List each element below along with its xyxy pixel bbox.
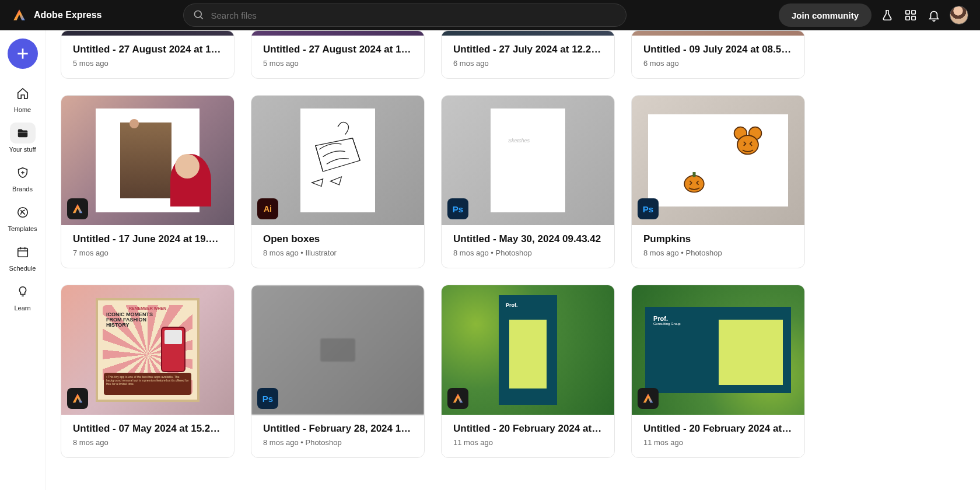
create-new-button[interactable] xyxy=(8,38,38,69)
file-card[interactable]: Untitled - 27 August 2024 at 14.3…5 mos … xyxy=(251,30,425,79)
calendar-icon xyxy=(10,242,36,262)
sidebar-item-label: Your stuff xyxy=(9,146,36,153)
card-thumbnail: Prof.Consulting Group xyxy=(632,285,804,415)
search-input[interactable] xyxy=(211,10,617,20)
card-meta: 8 mos ago • Illustrator xyxy=(263,249,412,257)
sidebar: HomeYour stuffBrandsTemplatesScheduleLea… xyxy=(0,30,46,490)
svg-rect-3 xyxy=(912,10,915,14)
card-thumbnail xyxy=(632,31,804,36)
card-meta: 6 mos ago xyxy=(453,59,603,68)
app-badge-icon xyxy=(638,388,659,409)
card-meta: 8 mos ago • Photoshop xyxy=(263,438,412,447)
avatar[interactable] xyxy=(950,6,968,24)
sidebar-item-label: Schedule xyxy=(9,265,36,272)
card-thumbnail: Prof. xyxy=(442,285,614,415)
card-title: Pumpkins xyxy=(643,233,793,245)
svg-point-0 xyxy=(195,11,202,18)
sidebar-item-learn[interactable]: Learn xyxy=(5,276,40,316)
lightbulb-icon xyxy=(10,281,36,302)
card-meta: 11 mos ago xyxy=(643,438,793,447)
sidebar-item-templates[interactable]: Templates xyxy=(5,197,40,237)
card-title: Untitled - 09 July 2024 at 08.56.36 xyxy=(643,44,793,55)
file-card[interactable]: SketchesPsUntitled - May 30, 2024 09.43.… xyxy=(441,95,615,268)
file-card[interactable]: Untitled - 09 July 2024 at 08.56.366 mos… xyxy=(631,30,805,79)
app-badge-icon: Ps xyxy=(638,198,659,219)
content-area: Untitled - 27 August 2024 at 14.3…5 mos … xyxy=(46,30,980,490)
top-bar: Adobe Express Join community xyxy=(0,0,980,30)
card-thumbnail xyxy=(251,31,424,36)
app-title: Adobe Express xyxy=(34,10,102,20)
app-logo[interactable]: Adobe Express xyxy=(12,8,102,23)
sidebar-item-label: Learn xyxy=(14,304,30,312)
folder-icon xyxy=(10,123,36,144)
file-card[interactable]: AiOpen boxes8 mos ago • Illustrator xyxy=(251,95,425,268)
app-badge-icon xyxy=(67,388,88,409)
svg-rect-5 xyxy=(912,16,915,20)
card-title: Untitled - 27 August 2024 at 14.3… xyxy=(263,44,412,55)
file-card[interactable]: PsUntitled - February 28, 2024 16.5…8 mo… xyxy=(251,285,425,458)
app-badge-icon xyxy=(447,388,468,409)
file-card[interactable]: PsPumpkins8 mos ago • Photoshop xyxy=(631,95,805,268)
svg-rect-4 xyxy=(906,16,909,20)
card-thumbnail: Ai xyxy=(251,96,424,225)
templates-icon xyxy=(10,202,36,223)
card-thumbnail xyxy=(61,31,234,36)
card-title: Untitled - May 30, 2024 09.43.42 xyxy=(453,233,603,245)
card-thumbnail xyxy=(442,31,614,36)
card-thumbnail: REMEMBER WHENICONIC MOMENTSFROM FASHIONH… xyxy=(61,285,234,415)
topbar-right: Join community xyxy=(779,4,968,27)
plus-icon xyxy=(15,46,30,61)
card-title: Untitled - 17 June 2024 at 19.10.14 xyxy=(73,233,222,245)
adobe-express-logo-icon xyxy=(12,8,27,23)
card-meta: 7 mos ago xyxy=(73,249,222,257)
card-title: Untitled - 20 February 2024 at 1… xyxy=(643,423,793,435)
card-title: Untitled - February 28, 2024 16.5… xyxy=(263,423,412,435)
search-wrap xyxy=(183,4,626,27)
app-badge-icon: Ps xyxy=(257,388,278,409)
apps-grid-icon[interactable] xyxy=(903,8,918,23)
sidebar-item-label: Brands xyxy=(12,186,33,192)
app-badge-icon: Ps xyxy=(447,198,468,219)
card-title: Untitled - 27 August 2024 at 14.3… xyxy=(73,44,222,55)
card-thumbnail: Ps xyxy=(251,285,424,415)
sidebar-item-label: Templates xyxy=(8,225,37,232)
file-card[interactable]: Prof.Consulting GroupUntitled - 20 Febru… xyxy=(631,285,805,458)
card-meta: 5 mos ago xyxy=(263,59,412,68)
card-thumbnail: Ps xyxy=(632,96,804,225)
sidebar-item-label: Home xyxy=(14,106,31,113)
sidebar-item-your-stuff[interactable]: Your stuff xyxy=(5,118,40,158)
card-meta: 6 mos ago xyxy=(643,59,793,68)
card-title: Untitled - 27 July 2024 at 12.23.21 xyxy=(453,44,603,55)
card-title: Open boxes xyxy=(263,233,412,245)
svg-line-1 xyxy=(201,17,203,19)
shield-icon xyxy=(10,162,36,183)
svg-rect-18 xyxy=(692,172,695,177)
beaker-icon[interactable] xyxy=(880,8,895,23)
card-title: Untitled - 20 February 2024 at 1… xyxy=(453,423,603,435)
file-card[interactable]: Prof.Untitled - 20 February 2024 at 1…11… xyxy=(441,285,615,458)
card-thumbnail xyxy=(61,96,234,225)
join-community-button[interactable]: Join community xyxy=(779,4,872,27)
card-thumbnail: SketchesPs xyxy=(442,96,614,225)
app-badge-icon: Ai xyxy=(257,198,278,219)
svg-rect-2 xyxy=(906,10,909,14)
svg-rect-9 xyxy=(18,249,27,257)
card-meta: 8 mos ago • Photoshop xyxy=(643,249,793,257)
card-meta: 11 mos ago xyxy=(453,438,603,447)
card-meta: 8 mos ago • Photoshop xyxy=(453,249,603,257)
file-card[interactable]: Untitled - 27 August 2024 at 14.3…5 mos … xyxy=(61,30,235,79)
app-badge-icon xyxy=(67,198,88,219)
file-card[interactable]: Untitled - 27 July 2024 at 12.23.216 mos… xyxy=(441,30,615,79)
bell-icon[interactable] xyxy=(926,8,942,23)
home-icon xyxy=(10,83,36,104)
file-card[interactable]: REMEMBER WHENICONIC MOMENTSFROM FASHIONH… xyxy=(61,285,235,458)
file-card[interactable]: Untitled - 17 June 2024 at 19.10.147 mos… xyxy=(61,95,235,268)
sidebar-item-brands[interactable]: Brands xyxy=(5,158,40,197)
search-icon xyxy=(193,9,205,21)
search-field[interactable] xyxy=(183,4,626,27)
sidebar-item-schedule[interactable]: Schedule xyxy=(5,237,40,276)
card-title: Untitled - 07 May 2024 at 15.21.46 xyxy=(73,423,222,435)
card-meta: 8 mos ago xyxy=(73,438,222,447)
sidebar-item-home[interactable]: Home xyxy=(5,78,40,118)
card-meta: 5 mos ago xyxy=(73,59,222,68)
